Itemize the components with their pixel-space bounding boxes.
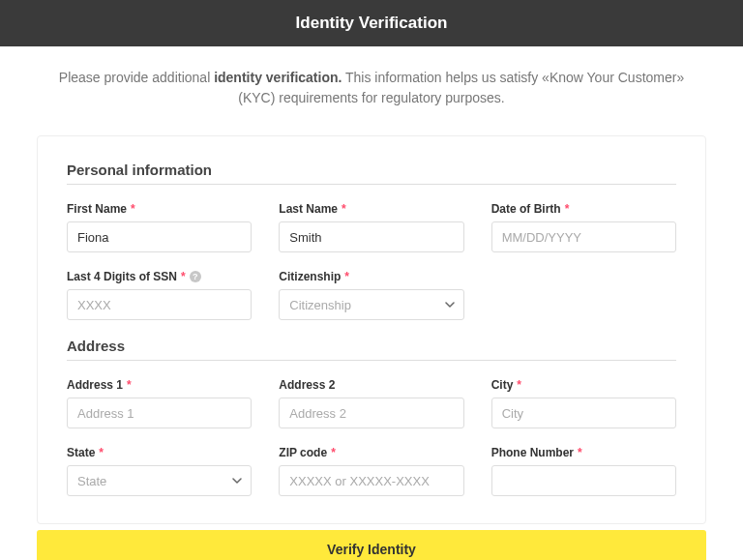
label-last-name: Last Name* bbox=[279, 202, 463, 216]
row-personal-2: Last 4 Digits of SSN* ? Citizenship* Cit… bbox=[67, 270, 676, 320]
required-asterisk: * bbox=[181, 270, 186, 283]
row-personal-1: First Name* Last Name* Date of Birth* bbox=[67, 202, 676, 252]
required-asterisk: * bbox=[99, 446, 104, 459]
field-citizenship: Citizenship* Citizenship bbox=[279, 270, 463, 320]
section-title-address: Address bbox=[67, 338, 676, 361]
state-select-wrapper: State bbox=[67, 465, 252, 496]
intro-prefix: Please provide additional bbox=[59, 70, 214, 85]
required-asterisk: * bbox=[578, 446, 582, 459]
label-text: Address 1 bbox=[67, 378, 123, 392]
ssn4-input[interactable] bbox=[67, 289, 252, 320]
state-select[interactable]: State bbox=[67, 465, 252, 496]
label-dob: Date of Birth* bbox=[491, 202, 676, 216]
label-ssn4: Last 4 Digits of SSN* ? bbox=[67, 270, 252, 283]
field-address1: Address 1* bbox=[67, 378, 252, 428]
required-asterisk: * bbox=[127, 378, 132, 392]
row-address-1: Address 1* Address 2 City* bbox=[67, 378, 676, 428]
label-first-name: First Name* bbox=[67, 202, 252, 216]
citizenship-select-wrapper: Citizenship bbox=[279, 289, 463, 320]
page-title: Identity Verification bbox=[296, 14, 448, 32]
page-header: Identity Verification bbox=[0, 0, 743, 46]
field-dob: Date of Birth* bbox=[491, 202, 676, 252]
required-asterisk: * bbox=[565, 202, 570, 216]
field-ssn4: Last 4 Digits of SSN* ? bbox=[67, 270, 252, 320]
zip-input[interactable] bbox=[279, 465, 463, 496]
label-text: Date of Birth bbox=[491, 202, 561, 216]
help-icon[interactable]: ? bbox=[190, 271, 201, 282]
label-state: State* bbox=[67, 446, 252, 459]
label-text: Last 4 Digits of SSN bbox=[67, 270, 177, 283]
required-asterisk: * bbox=[342, 202, 346, 216]
row-address-2: State* State ZIP code* Phone Number* bbox=[67, 446, 676, 496]
required-asterisk: * bbox=[517, 378, 521, 392]
verify-identity-button[interactable]: Verify Identity bbox=[37, 530, 706, 560]
field-phone: Phone Number* bbox=[491, 446, 676, 496]
field-zip: ZIP code* bbox=[279, 446, 463, 496]
field-first-name: First Name* bbox=[67, 202, 252, 252]
label-phone: Phone Number* bbox=[491, 446, 676, 459]
citizenship-select[interactable]: Citizenship bbox=[279, 289, 463, 320]
field-city: City* bbox=[491, 378, 676, 428]
last-name-input[interactable] bbox=[279, 221, 463, 252]
section-title-personal: Personal information bbox=[67, 162, 676, 185]
label-text: Citizenship bbox=[279, 270, 341, 283]
field-last-name: Last Name* bbox=[279, 202, 463, 252]
label-text: Last Name bbox=[279, 202, 338, 216]
label-text: Phone Number bbox=[491, 446, 574, 459]
first-name-input[interactable] bbox=[67, 221, 252, 252]
label-citizenship: Citizenship* bbox=[279, 270, 463, 283]
city-input[interactable] bbox=[491, 398, 676, 428]
label-address2: Address 2 bbox=[279, 378, 463, 392]
form-card: Personal information First Name* Last Na… bbox=[37, 135, 706, 524]
field-address2: Address 2 bbox=[279, 378, 463, 428]
intro-strong: identity verification. bbox=[214, 70, 342, 85]
required-asterisk: * bbox=[131, 202, 135, 216]
label-text: First Name bbox=[67, 202, 127, 216]
label-address1: Address 1* bbox=[67, 378, 252, 392]
label-zip: ZIP code* bbox=[279, 446, 463, 459]
required-asterisk: * bbox=[331, 446, 336, 459]
spacer bbox=[491, 270, 676, 320]
field-state: State* State bbox=[67, 446, 252, 496]
address2-input[interactable] bbox=[279, 398, 463, 428]
label-text: City bbox=[491, 378, 514, 392]
label-text: ZIP code bbox=[279, 446, 327, 459]
label-city: City* bbox=[491, 378, 676, 392]
label-text: State bbox=[67, 446, 95, 459]
dob-input[interactable] bbox=[491, 221, 676, 252]
phone-input[interactable] bbox=[491, 465, 676, 496]
intro-text: Please provide additional identity verif… bbox=[0, 46, 743, 122]
address1-input[interactable] bbox=[67, 398, 252, 428]
label-text: Address 2 bbox=[279, 378, 335, 392]
required-asterisk: * bbox=[344, 270, 349, 283]
